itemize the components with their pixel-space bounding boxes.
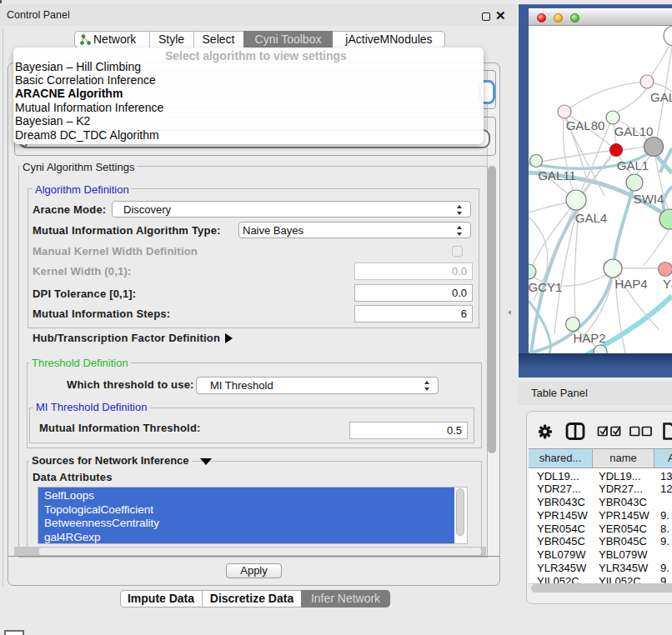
svg-text:GAL80: GAL80	[566, 118, 605, 132]
svg-text:GCY1: GCY1	[529, 280, 562, 294]
svg-text:GAL10: GAL10	[614, 124, 654, 138]
svg-text:SWI4: SWI4	[634, 192, 664, 206]
svg-text:GAL7: GAL7	[650, 90, 672, 104]
svg-text:GAL4: GAL4	[575, 211, 607, 225]
svg-text:YJ: YJ	[663, 277, 672, 291]
svg-text:HAP2: HAP2	[573, 331, 605, 345]
svg-text:GAL11: GAL11	[538, 168, 576, 182]
svg-text:GAL1: GAL1	[617, 158, 649, 172]
svg-text:HAP4: HAP4	[614, 277, 647, 291]
